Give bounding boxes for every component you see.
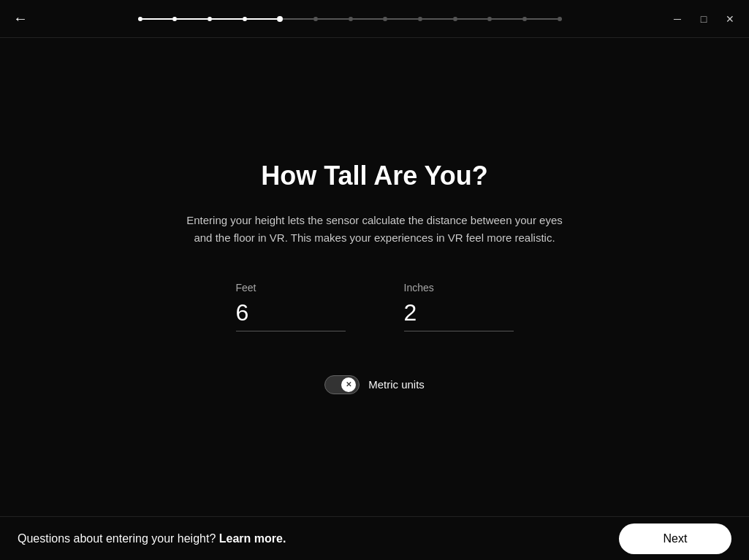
title-bar-left: ←	[9, 6, 32, 31]
progress-line-8	[387, 18, 418, 20]
progress-dot-5	[277, 16, 283, 22]
progress-line-6	[318, 18, 349, 20]
progress-line-1	[142, 18, 173, 20]
metric-toggle-container: ✕ Metric units	[324, 375, 425, 394]
window-controls: ─ □ ✕	[667, 9, 740, 29]
feet-underline	[236, 331, 346, 331]
main-content: How Tall Are You? Entering your height l…	[0, 38, 749, 516]
progress-line-9	[422, 18, 453, 20]
metric-toggle[interactable]: ✕	[324, 375, 360, 394]
page-title: How Tall Are You?	[261, 161, 488, 191]
learn-more-link[interactable]: Learn more.	[219, 532, 286, 545]
next-button[interactable]: Next	[619, 523, 731, 554]
progress-line-4	[247, 18, 278, 20]
question-text: Questions about entering your height?	[18, 532, 216, 545]
feet-field: Feet 6	[236, 282, 346, 331]
close-button[interactable]: ✕	[720, 9, 740, 29]
page-description: Entering your height lets the sensor cal…	[185, 212, 565, 247]
inches-value[interactable]: 2	[404, 299, 417, 326]
feet-label: Feet	[236, 282, 256, 294]
title-bar: ←	[0, 0, 749, 38]
inches-field: Inches 2	[404, 282, 514, 331]
inches-label: Inches	[404, 282, 434, 294]
progress-line-12	[527, 18, 558, 20]
toggle-knob: ✕	[341, 377, 356, 392]
progress-line-7	[353, 18, 384, 20]
maximize-button[interactable]: □	[693, 9, 714, 29]
height-inputs: Feet 6 Inches 2	[236, 282, 514, 331]
bottom-bar: Questions about entering your height? Le…	[0, 516, 749, 560]
inches-underline	[404, 331, 514, 331]
back-button[interactable]: ←	[9, 6, 32, 31]
metric-toggle-label: Metric units	[368, 378, 425, 391]
progress-line-2	[177, 18, 208, 20]
minimize-button[interactable]: ─	[667, 9, 688, 29]
progress-track	[138, 16, 562, 22]
progress-line-11	[492, 18, 522, 20]
progress-line-10	[457, 18, 488, 20]
progress-bar-container	[32, 16, 667, 22]
bottom-question: Questions about entering your height? Le…	[18, 532, 286, 545]
toggle-x-icon: ✕	[346, 381, 351, 388]
progress-line-3	[212, 18, 243, 20]
progress-line-5	[283, 18, 313, 20]
feet-value[interactable]: 6	[236, 299, 249, 326]
progress-dot-13	[558, 17, 562, 21]
